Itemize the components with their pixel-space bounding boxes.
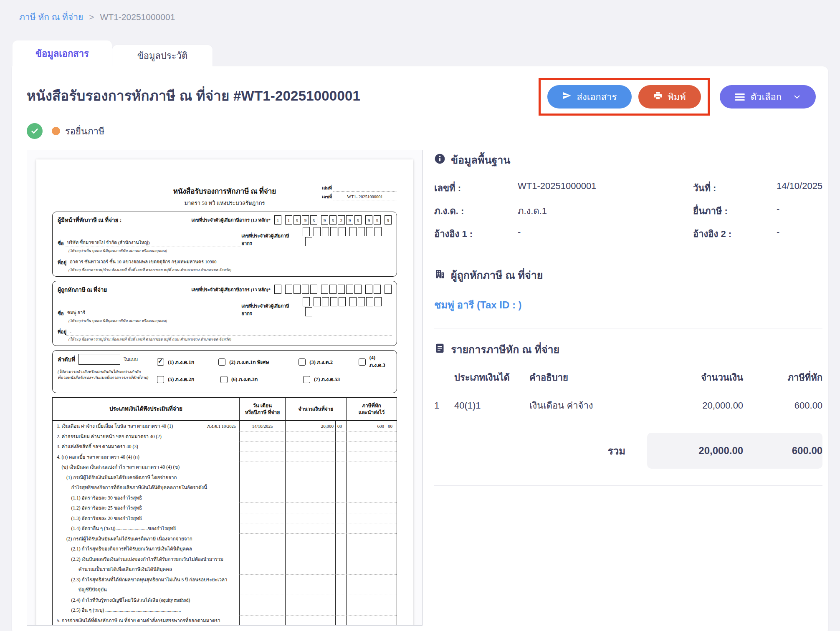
info-value: 14/10/2025 <box>777 181 822 195</box>
action-buttons: ส่งเอกสาร พิมพ์ ตัวเลือก <box>539 78 816 116</box>
info-label: เลขที่ : <box>434 181 518 195</box>
income-row: (1.1) อัตราร้อยละ 30 ของกำไรสุทธิ <box>53 493 397 503</box>
printer-icon <box>653 91 663 103</box>
form-header: หนังสือรับรองการหักภาษี ณ ที่จ่าย มาตรา … <box>52 185 397 207</box>
book-no-label: เล่มที่ <box>322 184 332 192</box>
chevron-down-icon <box>793 93 801 101</box>
income-row: (2.4) กำไรที่รับรู้ทางบัญชีโดยวิธีส่วนได… <box>53 595 397 606</box>
income-row: คำนวณเป็นรายได้เพื่อเสียภาษีเงินได้นิติบ… <box>53 564 397 575</box>
checkbox-icon <box>220 376 228 383</box>
tab-document-info[interactable]: ข้อมูลเอกสาร <box>13 40 112 66</box>
income-row: (2.3) กำไรสุทธิส่วนที่ได้หักผลขาดทุนสุทธ… <box>53 575 397 585</box>
doc-no-value: WT1- 20251000001 <box>333 194 397 200</box>
income-row: (1.3) อัตราร้อยละ 20 ของกำไรสุทธิ <box>53 513 397 524</box>
approved-check-icon <box>27 123 43 139</box>
breadcrumb-parent-link[interactable]: ภาษี หัก ณ ที่จ่าย <box>19 10 83 24</box>
income-row: (1.2) อัตราร้อยละ 25 ของกำไรสุทธิ <box>53 503 397 513</box>
digit-box: 9 <box>302 215 309 225</box>
name-label: ชื่อ <box>58 240 64 247</box>
payee-section-title: ผู้ถูกหักภาษี ณ ที่จ่าย <box>451 267 543 283</box>
breadcrumb-separator: > <box>89 12 94 22</box>
in-form-label: ในแบบ <box>124 356 138 363</box>
digit-box: 5 <box>354 215 362 225</box>
total-label: รวม <box>608 443 625 459</box>
info-label: อ้างอิง 2 : <box>693 227 777 241</box>
digit-box <box>303 297 310 306</box>
income-table-body: 1. เงินเดือน ค่าจ้าง เบี้ยเลี้ยง โบนัส ฯ… <box>53 421 397 626</box>
address-label: ที่อยู่ <box>58 328 66 336</box>
digit-box <box>365 285 372 294</box>
sequence-box: ลำดับที่ ในแบบ (ให้สามารถอ้างอิงหรือสอบย… <box>52 350 397 393</box>
payee-section-header: ผู้ถูกหักภาษี ณ ที่จ่าย <box>434 267 822 283</box>
breadcrumb: ภาษี หัก ณ ที่จ่าย > WT1-20251000001 <box>0 0 840 24</box>
digit-box <box>310 285 317 294</box>
tab-history-info[interactable]: ข้อมูลประวัติ <box>112 45 213 66</box>
income-row: กำไรสุทธิของกิจการที่ต้องเสียภาษีเงินได้… <box>53 482 397 493</box>
paper-plane-icon <box>562 91 572 103</box>
payee-link[interactable]: ชมพู่ อารี (Tax ID : ) <box>434 297 522 313</box>
sequence-note: (ให้สามารถอ้างอิงหรือสอบยันกันได้ระหว่าง… <box>58 369 157 381</box>
document-preview-container: หนังสือรับรองการหักภาษี ณ ที่จ่าย มาตรา … <box>27 150 423 626</box>
doc-no-label: เลขที่ <box>322 193 332 200</box>
digit-box: 2 <box>338 215 345 225</box>
digit-box <box>274 285 281 294</box>
info-panel: ข้อมูลพื้นฐาน เลขที่ : WT1-20251000001 ว… <box>434 150 822 626</box>
divider <box>434 254 822 254</box>
col-description: คำอธิบาย <box>529 370 647 385</box>
income-table: ประเภทเงินได้พึงประเมินที่จ่าย วัน เดือน… <box>52 397 397 626</box>
income-row: บัญชีปีปัจจุบัน <box>53 585 397 595</box>
col-income-type: ประเภทเงินได้ <box>454 370 529 385</box>
items-section-title: รายการภาษีหัก ณ ที่จ่าย <box>451 341 559 358</box>
income-row: 3. ค่าแห่งลิขสิทธิ์ ฯลฯ ตามมาตรา 40 (3) <box>53 442 397 452</box>
withholder-address: อาคาร ซันทาวเวอร์ ชั้น 10 แขวงจอมพล เขตจ… <box>66 258 392 266</box>
form-type-row-2: (5) ภ.ง.ด.2ก(6) ภ.ง.ด.3ก(7) ภ.ง.ด.53 <box>157 375 392 384</box>
tab-bar: ข้อมูลเอกสาร ข้อมูลประวัติ <box>13 40 840 66</box>
options-menu-button[interactable]: ตัวเลือก <box>720 85 816 109</box>
print-button[interactable]: พิมพ์ <box>638 85 701 109</box>
info-label: ยื่นภาษี : <box>693 204 777 218</box>
col-date-paid: วัน เดือน หรือปีภาษี ที่จ่าย <box>239 398 285 420</box>
info-value: - <box>518 227 693 241</box>
total-tax: 600.00 <box>743 445 822 457</box>
checkbox-icon <box>157 358 164 366</box>
annotation-highlight-box: ส่งเอกสาร พิมพ์ <box>539 78 709 116</box>
info-label: ภ.ง.ด. : <box>434 204 518 218</box>
digit-box <box>366 227 373 236</box>
digit-box <box>349 227 357 236</box>
item-row: 1 40(1)1 เงินเดือน ค่าจ้าง 20,000.00 600… <box>434 398 822 413</box>
payee-name: ชมพู่ อารี <box>64 309 242 317</box>
withholder-box: ผู้มีหน้าที่หักภาษี ณ ที่จ่าย : เลขที่ปร… <box>52 212 397 277</box>
status-dot-icon <box>52 127 60 135</box>
form-type-option: (3) ภ.ง.ด.2 <box>299 355 358 369</box>
total-amount: 20,000.00 <box>647 445 743 457</box>
building-icon <box>434 268 445 282</box>
payee-section-title: ผู้ถูกหักภาษี ณ ที่จ่าย <box>58 285 107 294</box>
digit-box <box>305 237 312 246</box>
col-tax-withheld: ภาษีที่หัก และนำส่งไว้ <box>346 398 397 420</box>
list-document-icon <box>434 343 445 356</box>
name-note: (ให้ระบุว่าเป็น บุคคล นิติบุคคล บริษัท ส… <box>68 248 392 254</box>
basic-info-title: ข้อมูลพื้นฐาน <box>451 151 510 168</box>
income-row: (1) กรณีผู้ได้รับเงินปันผลได้รับเครดิตภา… <box>53 472 397 483</box>
document-card: หนังสือรับรองการหักภาษี ณ ที่จ่าย #WT1-2… <box>12 66 828 631</box>
income-row: (ข) เงินปันผล เงินส่วนแบ่งกำไร ฯลฯ ตามมา… <box>53 462 397 472</box>
form-type-option: (4) ภ.ง.ด.3 <box>359 355 392 369</box>
info-value: WT1-20251000001 <box>518 181 693 195</box>
digit-box <box>314 227 321 236</box>
item-tax: 600.00 <box>743 400 822 411</box>
digit-box <box>321 285 328 294</box>
form-type-option: (1) ภ.ง.ด.1ก <box>157 355 218 369</box>
checkbox-icon <box>303 376 310 383</box>
income-row: (2.5) อื่น ๆ (ระบุ) ....................… <box>53 605 397 616</box>
send-document-button[interactable]: ส่งเอกสาร <box>547 85 632 109</box>
digit-box <box>358 297 365 306</box>
payee-tax10-boxes <box>301 297 392 317</box>
digit-box <box>374 285 381 294</box>
withholder-name: บริษัท ซื้อมาขายไป จำกัด (สำนักงานใหญ่) <box>64 239 242 247</box>
options-label: ตัวเลือก <box>751 90 782 104</box>
address-note: (ให้ระบุ ชื่ออาคาร/หมู่บ้าน ห้องเลขที่ ช… <box>68 267 392 273</box>
content-columns: หนังสือรับรองการหักภาษี ณ ที่จ่าย มาตรา … <box>27 150 828 626</box>
withholder-tax10-boxes <box>301 227 392 247</box>
tax13-label: เลขที่ประจำตัวผู้เสียภาษีอากร (13 หลัก)* <box>192 216 271 224</box>
status-badge: รอยื่นภาษี <box>65 124 104 139</box>
